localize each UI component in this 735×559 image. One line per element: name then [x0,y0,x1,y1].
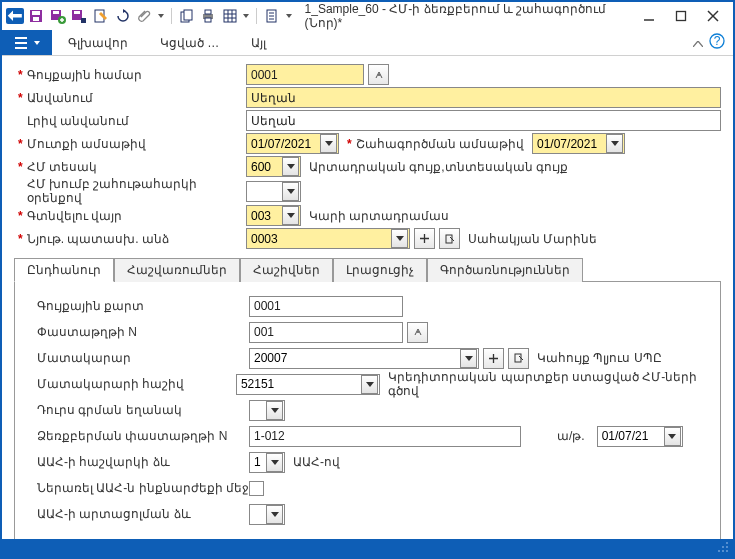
copy-icon[interactable] [178,7,196,25]
asset-number-input[interactable] [246,64,364,85]
grid-dropdown[interactable] [242,7,250,25]
label-include-vat: Ներառել ԱԱՀ-ն ինքնարժեքի մեջ [37,481,249,495]
grid-icon[interactable] [221,7,239,25]
svg-point-35 [417,331,419,333]
edit-button[interactable] [439,228,460,249]
svg-rect-30 [15,47,27,49]
attach-dropdown[interactable] [157,7,165,25]
location-field[interactable]: 003 [246,205,301,226]
svg-rect-11 [184,10,192,20]
vat-calc-desc: ԱԱՀ-ով [293,455,340,469]
dropdown-icon[interactable] [266,505,283,524]
svg-point-33 [378,74,380,76]
menubar-expand[interactable] [693,36,703,50]
responsible-field[interactable]: 0003 [246,228,410,249]
dropdown-icon[interactable] [266,453,283,472]
tab-accounts[interactable]: Հաշիվներ [240,258,333,282]
svg-text:?: ? [714,34,721,48]
dropdown-icon[interactable] [391,229,408,248]
svg-rect-29 [15,42,27,44]
window-title: 1_Sample_60 - ՀՄ-ի ձեռքբերում և շահագործ… [305,2,639,30]
asset-type-field[interactable]: 600 [246,156,301,177]
edit-button[interactable] [508,348,529,369]
svg-point-42 [726,550,728,552]
label-asset-number: Գույքային համար [27,68,142,82]
svg-point-41 [722,550,724,552]
edit-icon[interactable] [92,7,110,25]
dropdown-icon[interactable] [606,134,623,153]
label-name: Անվանում [27,91,93,105]
resize-grip-icon[interactable] [717,541,729,556]
dropdown-icon[interactable] [664,427,681,446]
svg-point-38 [722,546,724,548]
name-input[interactable] [246,87,721,108]
attach-icon[interactable] [135,7,153,25]
label-location: Գտնվելու վայր [27,209,122,223]
full-name-input[interactable] [246,110,721,131]
help-icon[interactable]: ? [709,33,725,52]
label-full-name: Լրիվ անվանում [27,114,129,128]
acq-doc-n-input[interactable] [249,426,521,447]
svg-rect-14 [205,18,211,22]
doc-n-input[interactable] [249,322,403,343]
svg-point-39 [726,546,728,548]
vat-calc-field[interactable]: 1 [249,452,285,473]
label-date-short: ա/թ. [557,429,585,443]
label-vat-calc: ԱԱՀ-ի հաշվարկի ձև [37,455,170,469]
save-close-icon[interactable] [71,7,89,25]
dropdown-icon[interactable] [282,182,299,201]
tab-additional[interactable]: Լրացուցիչ [333,258,427,282]
close-button[interactable] [703,6,723,26]
app-logo [6,8,24,24]
svg-rect-7 [74,11,80,14]
location-desc: Կարի արտադրամաս [309,209,449,223]
dropdown-icon[interactable] [361,375,378,394]
svg-rect-1 [32,11,40,15]
include-vat-checkbox[interactable] [249,481,264,496]
entry-date-field[interactable]: 01/07/2021 [246,133,339,154]
supplier-field[interactable]: 20007 [249,348,479,369]
tab-general[interactable]: Ընդհանուր [14,258,114,282]
supplier-account-field[interactable]: 52151 [236,374,380,395]
svg-rect-13 [205,10,211,14]
tab-accounting[interactable]: Հաշվառումներ [114,258,240,282]
menubar: Գլխավոր Կցված … Այլ ? [2,30,733,56]
menu-item-main[interactable]: Գլխավոր [52,30,144,55]
asset-card-input[interactable] [249,296,403,317]
svg-rect-4 [53,11,59,14]
minimize-button[interactable] [639,6,659,26]
acq-date-field[interactable]: 01/07/21 [597,426,683,447]
save-icon[interactable] [28,7,46,25]
supplier-desc: Կահույք Պլյուս ՍՊԸ [537,351,662,365]
add-button[interactable] [414,228,435,249]
menu-main[interactable] [2,30,52,55]
dropdown-icon[interactable] [282,157,299,176]
doc-icon[interactable] [263,7,281,25]
label-entry-date: Մուտքի ամսաթիվ [27,137,146,151]
disposal-method-field[interactable] [249,400,285,421]
vat-reflect-field[interactable] [249,504,285,525]
maximize-button[interactable] [671,6,691,26]
dropdown-icon[interactable] [320,134,337,153]
asset-group-field[interactable] [246,181,301,202]
doc-n-lookup[interactable] [407,322,428,343]
dropdown-icon[interactable] [460,349,477,368]
save-new-icon[interactable] [49,7,67,25]
form-body: *Գույքային համար *Անվանում *Լրիվ անվանու… [2,56,733,539]
menu-item-other[interactable]: Այլ [235,30,282,55]
label-asset-type: ՀՄ տեսակ [27,160,97,174]
asset-number-lookup[interactable] [368,64,389,85]
app-window: 1_Sample_60 - ՀՄ-ի ձեռքբերում և շահագործ… [2,2,733,557]
doc-dropdown[interactable] [285,7,293,25]
label-supplier: Մատակարար [37,351,131,365]
svg-point-40 [718,550,720,552]
tab-operations[interactable]: Գործառնություններ [427,258,583,282]
use-date-field[interactable]: 01/07/2021 [532,133,625,154]
dropdown-icon[interactable] [282,206,299,225]
menu-item-attached[interactable]: Կցված … [144,30,235,55]
add-button[interactable] [483,348,504,369]
print-icon[interactable] [199,7,217,25]
label-asset-group: ՀՄ խումբ շահութահարկի օրենքով [27,177,246,205]
dropdown-icon[interactable] [266,401,283,420]
refresh-icon[interactable] [114,7,132,25]
